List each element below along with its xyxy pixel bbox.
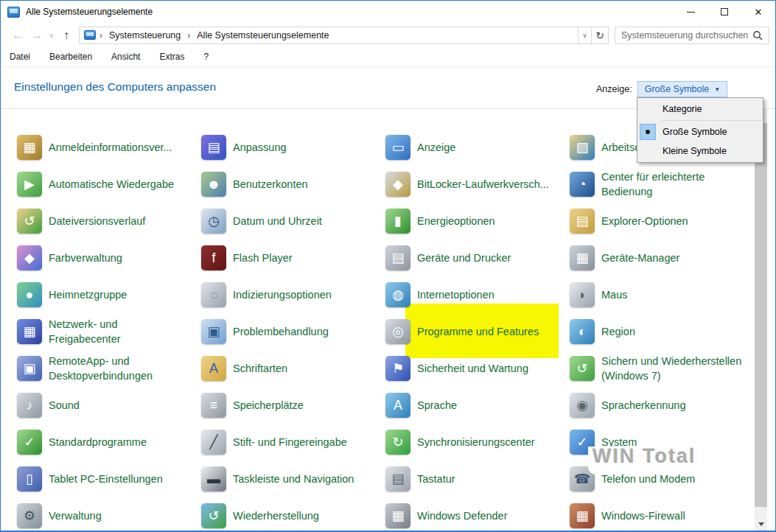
menu-item-datei[interactable]: Datei — [10, 52, 30, 62]
bitlocker-icon: ◆ — [385, 172, 410, 197]
cp-item[interactable]: ▦Anmeldeinformationsver... — [17, 129, 201, 166]
remoteapp-icon: ▣ — [17, 356, 42, 381]
cp-item-label: Tastatur — [417, 472, 561, 486]
cp-item-label: Heimnetzgruppe — [49, 287, 192, 302]
refresh-button[interactable]: ↻ — [592, 27, 608, 43]
breadcrumb-item-alle-elemente[interactable]: Alle Systemsteuerungselemente — [194, 30, 332, 41]
autoplay-icon: ▶ — [17, 172, 42, 197]
default-programs-icon: ✓ — [17, 430, 42, 455]
cp-item[interactable]: ●Heimnetzgruppe — [17, 276, 201, 313]
cp-item[interactable]: ▦Geräte-Manager — [570, 239, 754, 276]
cp-item[interactable]: fFlash Player — [201, 239, 385, 276]
cp-item[interactable]: ▮Energieoptionen — [385, 203, 570, 239]
indexing-options-icon: ◌ — [201, 282, 226, 307]
cp-item-label: Sprache — [417, 398, 561, 413]
cp-item-label: Internetoptionen — [417, 287, 561, 302]
network-sharing-center-icon: ▦ — [17, 319, 42, 344]
cp-item[interactable]: ◆Farbverwaltung — [17, 239, 201, 276]
cp-item[interactable]: ▦Netzwerk- und Freigabecenter — [17, 313, 201, 350]
up-button[interactable]: ↑ — [57, 29, 76, 42]
vertical-scrollbar[interactable] — [755, 109, 767, 531]
cp-item[interactable]: ASchriftarten — [201, 350, 385, 387]
minimize-button[interactable] — [674, 1, 707, 23]
cp-item-label: Sicherheit und Wartung — [417, 361, 561, 376]
troubleshooting-icon: ▣ — [201, 319, 226, 344]
cp-item-label: BitLocker-Laufwerkversch... — [417, 177, 561, 192]
cp-item-label: Problembehandlung — [233, 324, 377, 339]
cp-item[interactable]: ↺Wiederherstellung — [201, 497, 385, 531]
cp-item-label: Tablet PC-Einstellungen — [49, 472, 192, 486]
cp-item[interactable]: ☻Benutzerkonten — [201, 166, 385, 203]
cp-item[interactable]: ╱Stift- und Fingereingabe — [201, 424, 385, 461]
scrollbar-thumb[interactable] — [755, 123, 767, 507]
view-menu-item-kleinesymbole[interactable]: Kleine Symbole — [637, 141, 763, 161]
view-menu-item-kategorie[interactable]: Kategorie — [637, 99, 763, 119]
close-button[interactable]: ✕ — [741, 1, 775, 23]
cp-item[interactable]: ◐Region — [570, 313, 754, 350]
cp-item[interactable]: ▶Automatische Wiedergabe — [17, 166, 201, 203]
selected-bullet-icon — [640, 124, 656, 140]
cp-item-label: Anmeldeinformationsver... — [49, 140, 192, 155]
cp-item[interactable]: ASprache — [385, 387, 570, 424]
forward-button[interactable]: → — [27, 29, 46, 42]
breadcrumb-separator: › — [183, 30, 194, 41]
cp-item[interactable]: ▭Anzeige — [385, 129, 570, 166]
cp-item[interactable]: ◎Programme und Features — [385, 313, 570, 350]
search-icon — [752, 30, 763, 41]
menu-item-ansicht[interactable]: Ansicht — [111, 52, 140, 62]
close-icon: ✕ — [755, 7, 763, 17]
cp-item[interactable]: ◍Internetoptionen — [385, 276, 570, 313]
cp-item[interactable]: ▤Explorer-Optionen — [570, 203, 754, 239]
mouse-icon: ◗ — [570, 282, 595, 307]
cp-item-label: Programme und Features — [417, 324, 561, 339]
cp-item[interactable]: ⚙Verwaltung — [17, 497, 201, 531]
view-menu-item-groesymbole[interactable]: Große Symbole — [637, 122, 763, 141]
menu-item-extras[interactable]: Extras — [159, 52, 184, 62]
cp-item[interactable]: ↺Dateiversionsverlauf — [17, 203, 201, 239]
cp-item[interactable]: ▤Tastatur — [385, 461, 570, 497]
speech-recognition-icon: ◉ — [570, 393, 595, 418]
language-icon: A — [385, 393, 410, 418]
cp-item[interactable]: ▦Windows Defender — [385, 497, 570, 531]
cp-item-label: Center für erleichterte Bedienung — [601, 169, 745, 199]
cp-item[interactable]: ▬Taskleiste und Navigation — [201, 461, 385, 497]
cp-item[interactable]: ▣RemoteApp- und Desktopverbindungen — [17, 350, 201, 387]
maximize-button[interactable] — [707, 1, 741, 23]
explorer-options-icon: ▤ — [570, 209, 595, 234]
cp-item[interactable]: ▤Anpassung — [201, 129, 385, 166]
cp-item[interactable]: ◉Spracherkennung — [570, 387, 754, 424]
cp-item[interactable]: ▯Tablet PC-Einstellungen — [17, 461, 201, 497]
cp-item[interactable]: ✓Standardprogramme — [17, 424, 201, 461]
cp-item-label: Explorer-Optionen — [601, 214, 745, 228]
view-by-dropdown-button[interactable]: Große Symbole ▼ — [637, 81, 727, 97]
cp-item[interactable]: ◷Datum und Uhrzeit — [201, 203, 385, 239]
cp-item[interactable]: ♪Sound — [17, 387, 201, 424]
cp-item-label: Windows-Firewall — [601, 508, 745, 523]
address-bar[interactable]: › Systemsteuerung › Alle Systemsteuerung… — [79, 27, 578, 44]
search-placeholder: Systemsteuerung durchsuchen — [621, 30, 752, 41]
back-button[interactable]: ← — [8, 29, 27, 42]
cp-item[interactable]: ◔Center für erleichterte Bedienung — [570, 166, 754, 203]
menu-item-bearbeiten[interactable]: Bearbeiten — [49, 52, 92, 62]
security-maintenance-icon: ⚑ — [385, 356, 410, 381]
watermark-text: WIN Total — [593, 445, 696, 468]
cp-item[interactable]: ≡Speicherplätze — [201, 387, 385, 424]
cp-item[interactable]: ◗Maus — [570, 276, 754, 313]
cp-item[interactable]: ◌Indizierungsoptionen — [201, 276, 385, 313]
breadcrumb-item-systemsteuerung[interactable]: Systemsteuerung — [106, 30, 183, 41]
menu-item-?[interactable]: ? — [203, 52, 209, 62]
cp-item[interactable]: ↻Synchronisierungscenter — [385, 424, 570, 461]
scroll-down-button[interactable] — [755, 518, 767, 531]
cp-item[interactable]: ▦Windows-Firewall — [570, 497, 754, 531]
cp-item[interactable]: ↺Sichern und Wiederherstellen (Windows 7… — [570, 350, 754, 387]
cp-item-label: Indizierungsoptionen — [233, 287, 377, 302]
search-box[interactable]: Systemsteuerung durchsuchen — [615, 27, 769, 44]
title-bar: Alle Systemsteuerungselemente ✕ — [1, 1, 775, 23]
cp-item[interactable]: ⚑Sicherheit und Wartung — [385, 350, 570, 387]
address-dropdown-button[interactable]: ∨ — [578, 27, 592, 43]
recent-pages-button[interactable]: ∨ — [46, 32, 57, 39]
cp-item[interactable]: ◆BitLocker-Laufwerkversch... — [385, 166, 570, 203]
cp-item-label: Anzeige — [417, 140, 561, 155]
cp-item[interactable]: ▤Geräte und Drucker — [385, 239, 570, 276]
cp-item[interactable]: ▣Problembehandlung — [201, 313, 385, 350]
